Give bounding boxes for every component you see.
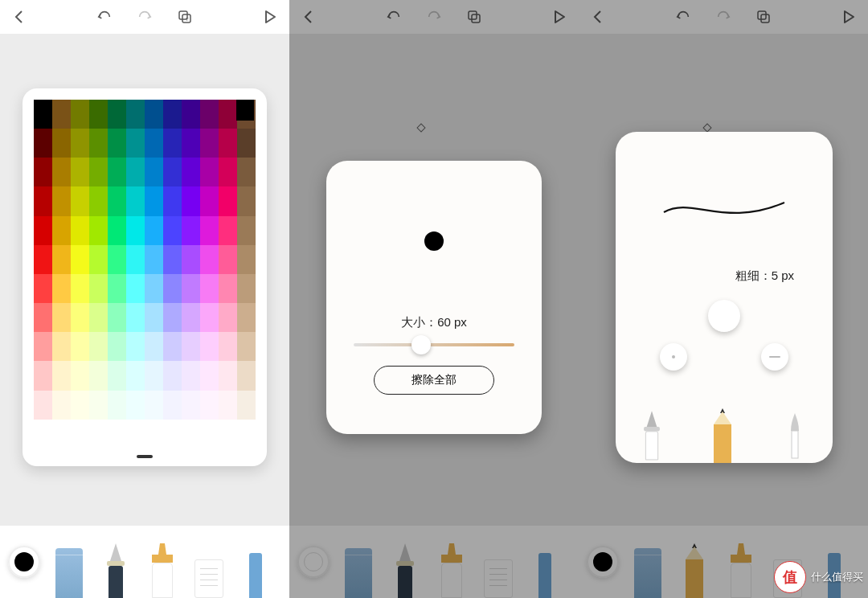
palette-swatch[interactable]	[34, 391, 52, 420]
palette-swatch[interactable]	[219, 245, 237, 274]
palette-swatch[interactable]	[145, 245, 163, 274]
palette-swatch[interactable]	[126, 391, 145, 420]
extra-tool[interactable]	[527, 534, 563, 598]
pencil-icon[interactable]	[714, 405, 731, 463]
palette-swatch[interactable]	[34, 361, 52, 390]
palette-swatch[interactable]	[52, 186, 71, 215]
size-option-1[interactable]	[708, 300, 740, 332]
palette-swatch[interactable]	[219, 420, 237, 448]
back-icon[interactable]	[11, 9, 27, 25]
palette-swatch[interactable]	[71, 332, 89, 361]
palette-swatch[interactable]	[219, 186, 237, 215]
palette-swatch[interactable]	[34, 420, 52, 448]
palette-swatch[interactable]	[163, 158, 182, 186]
play-icon[interactable]	[262, 9, 278, 25]
palette-swatch[interactable]	[200, 129, 219, 158]
back-icon[interactable]	[301, 9, 317, 25]
palette-swatch[interactable]	[108, 245, 126, 274]
brush-icon[interactable]	[783, 408, 807, 463]
undo-icon[interactable]	[675, 9, 691, 25]
palette-swatch[interactable]	[89, 158, 108, 186]
palette-swatch[interactable]	[237, 391, 256, 420]
back-icon[interactable]	[590, 9, 606, 25]
palette-swatch[interactable]	[52, 100, 71, 129]
palette-swatch[interactable]	[219, 332, 237, 361]
palette-swatch[interactable]	[52, 216, 71, 245]
palette-swatch[interactable]	[237, 158, 256, 186]
palette-swatch[interactable]	[126, 274, 145, 303]
palette-swatch[interactable]	[145, 158, 163, 186]
palette-swatch[interactable]	[108, 100, 126, 129]
palette-swatch[interactable]	[145, 186, 163, 215]
paper-tool[interactable]	[481, 534, 516, 598]
palette-swatch[interactable]	[89, 303, 108, 332]
palette-swatch[interactable]	[89, 420, 108, 448]
palette-swatch[interactable]	[237, 274, 256, 303]
palette-swatch[interactable]	[108, 303, 126, 332]
palette-swatch[interactable]	[71, 420, 89, 448]
redo-icon[interactable]	[715, 9, 731, 25]
undo-icon[interactable]	[386, 9, 402, 25]
palette-swatch[interactable]	[200, 420, 219, 448]
marker-tool[interactable]	[145, 534, 180, 598]
palette-swatch[interactable]	[145, 361, 163, 390]
palette-swatch[interactable]	[108, 274, 126, 303]
palette-swatch[interactable]	[71, 361, 89, 390]
palette-swatch[interactable]	[200, 216, 219, 245]
palette-swatch[interactable]	[163, 129, 182, 158]
palette-swatch[interactable]	[182, 420, 200, 448]
color-swatch-button[interactable]	[587, 546, 619, 578]
marker-tool[interactable]	[434, 534, 469, 598]
palette-swatch[interactable]	[52, 303, 71, 332]
palette-swatch[interactable]	[126, 303, 145, 332]
palette-swatch[interactable]	[108, 186, 126, 215]
fountain-pen-icon[interactable]	[641, 405, 662, 463]
undo-icon[interactable]	[96, 9, 113, 25]
palette-swatch[interactable]	[145, 420, 163, 448]
palette-swatch[interactable]	[163, 420, 182, 448]
palette-swatch[interactable]	[126, 361, 145, 390]
palette-swatch[interactable]	[182, 391, 200, 420]
palette-swatch[interactable]	[182, 303, 200, 332]
palette-swatch[interactable]	[34, 186, 52, 215]
palette-swatch[interactable]	[89, 216, 108, 245]
size-option-3[interactable]	[761, 343, 788, 371]
palette-swatch[interactable]	[71, 391, 89, 420]
palette-swatch[interactable]	[145, 100, 163, 129]
palette-swatch[interactable]	[108, 361, 126, 390]
palette-swatch[interactable]	[219, 274, 237, 303]
palette-swatch[interactable]	[219, 158, 237, 186]
palette-swatch[interactable]	[71, 216, 89, 245]
palette-swatch[interactable]	[237, 361, 256, 390]
marker-tool[interactable]	[723, 534, 759, 598]
palette-swatch[interactable]	[182, 158, 200, 186]
palette-swatch[interactable]	[89, 100, 108, 129]
palette-swatch[interactable]	[163, 391, 182, 420]
palette-swatch[interactable]	[34, 274, 52, 303]
palette-swatch[interactable]	[163, 245, 182, 274]
eraser-tool[interactable]	[341, 534, 376, 598]
palette-swatch[interactable]	[89, 274, 108, 303]
palette-swatch[interactable]	[108, 158, 126, 186]
palette-swatch[interactable]	[200, 158, 219, 186]
palette-swatch[interactable]	[71, 158, 89, 186]
palette-swatch[interactable]	[145, 274, 163, 303]
palette-swatch[interactable]	[163, 100, 182, 129]
palette-swatch[interactable]	[219, 361, 237, 390]
palette-swatch[interactable]	[219, 391, 237, 420]
paper-tool[interactable]	[191, 534, 227, 598]
pencil-tool[interactable]	[677, 534, 712, 598]
palette-swatch[interactable]	[71, 186, 89, 215]
palette-swatch[interactable]	[163, 303, 182, 332]
palette-swatch[interactable]	[182, 129, 200, 158]
palette-swatch[interactable]	[52, 332, 71, 361]
palette-swatch[interactable]	[145, 129, 163, 158]
palette-swatch[interactable]	[89, 245, 108, 274]
layers-icon[interactable]: T	[177, 9, 193, 25]
palette-swatch[interactable]	[126, 420, 145, 448]
palette-swatch[interactable]	[163, 332, 182, 361]
palette-swatch[interactable]	[52, 274, 71, 303]
palette-swatch[interactable]	[71, 274, 89, 303]
slider-thumb[interactable]	[411, 335, 431, 354]
palette-swatch[interactable]	[200, 100, 219, 129]
